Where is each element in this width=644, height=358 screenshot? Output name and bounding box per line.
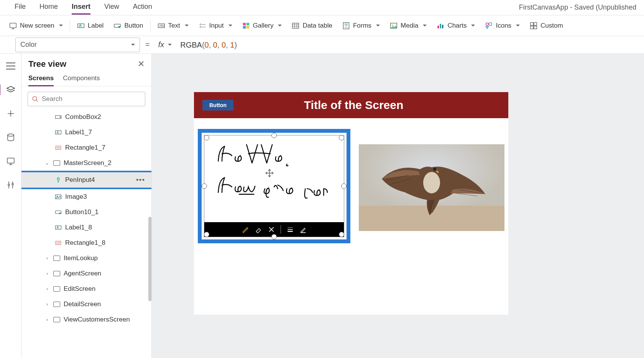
data-rail[interactable]	[4, 130, 18, 144]
resize-handle[interactable]	[271, 133, 277, 138]
scrollbar[interactable]	[148, 217, 151, 301]
button-icon	[54, 208, 62, 216]
custom-button[interactable]: Custom	[525, 20, 568, 32]
canvas-area[interactable]: Button Title of the Screen	[152, 54, 644, 358]
svg-point-54	[59, 213, 61, 214]
plus-icon	[6, 109, 15, 118]
tree-node[interactable]: Image3	[21, 189, 151, 205]
tools-icon	[6, 180, 15, 190]
pen-input-control[interactable]	[198, 129, 350, 243]
menu-home[interactable]: Home	[33, 0, 65, 15]
tree-node[interactable]: Label1_7	[21, 125, 151, 140]
ribbon: New screen Label Button Abc Text Input G…	[0, 15, 644, 36]
text-label: Text	[168, 22, 180, 30]
resize-handle[interactable]	[339, 232, 344, 237]
main-area: Tree view ✕ Screens Components ComboBox2…	[0, 54, 644, 358]
svg-point-9	[200, 26, 201, 27]
image-icon	[54, 193, 62, 201]
forms-button[interactable]: Forms	[338, 20, 384, 32]
button-button[interactable]: Button	[109, 20, 148, 32]
tree-node[interactable]: ›AgentScreen	[21, 266, 151, 281]
tree-node[interactable]: Button10_1	[21, 205, 151, 220]
media-label: Media	[401, 22, 418, 30]
hamburger-button[interactable]	[4, 59, 18, 73]
tree-node[interactable]: ›ItemLookup	[21, 251, 151, 266]
tools-rail[interactable]	[4, 178, 18, 192]
charts-button[interactable]: Charts	[432, 20, 480, 32]
menu-insert[interactable]: Insert	[65, 0, 97, 15]
menu-view[interactable]: View	[97, 0, 126, 15]
label-button[interactable]: Label	[72, 20, 108, 32]
svg-point-30	[486, 23, 489, 25]
resize-handle[interactable]	[202, 183, 207, 189]
resize-handle[interactable]	[204, 135, 209, 140]
svg-rect-27	[438, 26, 439, 28]
media-button[interactable]: Media	[385, 20, 431, 32]
text-icon: Abc	[158, 22, 165, 30]
chevron-down-icon	[168, 44, 172, 46]
resize-handle[interactable]	[339, 135, 344, 140]
svg-rect-13	[246, 23, 249, 25]
resize-handle[interactable]	[271, 234, 277, 239]
tree-node[interactable]: ⌄MasterScreen_2	[21, 155, 151, 171]
tree-node-selected[interactable]: PenInput4•••	[21, 171, 151, 189]
menu-action[interactable]: Action	[126, 0, 159, 15]
media-rail[interactable]	[4, 154, 18, 168]
eraser-icon[interactable]	[255, 226, 262, 233]
tree-node-label: MasterScreen_2	[64, 159, 112, 167]
tree-node[interactable]: ›DetailScreen	[21, 297, 151, 312]
tree-node[interactable]: ›ViewCustomersScreen	[21, 312, 151, 327]
text-button[interactable]: Abc Text	[153, 20, 193, 32]
close-icon[interactable]: ✕	[138, 59, 145, 69]
chevron-down-icon	[59, 25, 63, 26]
search-input[interactable]	[42, 95, 141, 103]
fx-button[interactable]: fx	[155, 40, 175, 49]
icons-button[interactable]: Icons	[480, 20, 524, 32]
resize-handle[interactable]	[341, 183, 347, 189]
rectangle-icon	[54, 239, 62, 247]
menu-file[interactable]: File	[8, 0, 33, 15]
new-screen-button[interactable]: New screen	[5, 20, 67, 32]
tree-view-rail[interactable]	[4, 83, 18, 97]
pen-icon	[54, 176, 62, 184]
media-icon	[390, 22, 398, 30]
stroke-width-icon[interactable]	[286, 226, 294, 233]
tab-screens[interactable]: Screens	[28, 74, 54, 86]
tree-node[interactable]: Rectangle1_8	[21, 235, 151, 251]
tree-node-label: PenInput4	[65, 176, 95, 184]
label-icon	[77, 22, 85, 30]
resize-handle[interactable]	[204, 232, 209, 237]
input-button[interactable]: Input	[194, 20, 237, 32]
pen-draw-icon[interactable]	[242, 226, 249, 233]
svg-rect-15	[246, 26, 249, 28]
svg-rect-35	[534, 26, 537, 29]
stroke-color-icon[interactable]	[299, 226, 307, 233]
formula-input[interactable]: RGBA(0, 0, 0, 1)	[180, 40, 237, 49]
screen-icon	[53, 316, 61, 323]
tree-node[interactable]: PenInput4•••	[21, 172, 151, 188]
tree-node[interactable]: Label1_8	[21, 220, 151, 235]
data-table-button[interactable]: Data table	[287, 20, 337, 32]
tree-view-panel: Tree view ✕ Screens Components ComboBox2…	[21, 54, 152, 358]
image-control[interactable]	[359, 144, 504, 231]
tree-node[interactable]: Rectangle1_7	[21, 140, 151, 155]
tab-components[interactable]: Components	[63, 74, 100, 86]
chevron-down-icon	[471, 25, 475, 26]
svg-rect-39	[7, 158, 14, 163]
pen-canvas[interactable]	[204, 135, 344, 222]
property-selector[interactable]: Color	[15, 38, 140, 52]
svg-rect-29	[442, 25, 444, 28]
gallery-button[interactable]: Gallery	[238, 20, 287, 32]
screen-icon	[53, 285, 61, 293]
clear-icon[interactable]	[268, 226, 275, 233]
charts-icon	[437, 22, 444, 30]
more-icon[interactable]: •••	[136, 176, 145, 184]
insert-rail[interactable]	[4, 107, 18, 120]
hamburger-icon	[6, 63, 15, 69]
tree-node[interactable]: ›EditScreen	[21, 281, 151, 297]
button-icon	[113, 22, 121, 30]
search-box[interactable]	[28, 92, 145, 106]
tree-node-label: Rectangle1_7	[65, 144, 105, 152]
tree-node[interactable]: ComboBox2	[21, 109, 151, 125]
chevron-down-icon	[185, 25, 189, 26]
